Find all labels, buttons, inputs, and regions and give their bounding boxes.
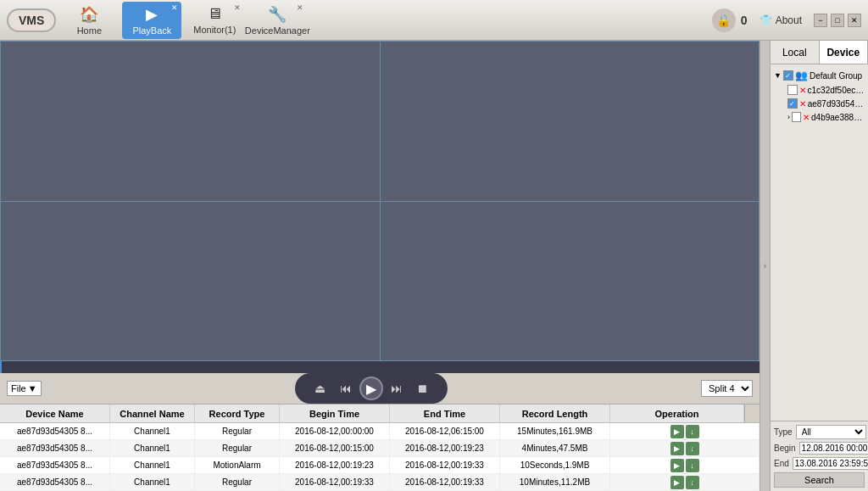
cell-channel: Channel1: [110, 457, 195, 473]
table-row[interactable]: ae87d93d54305 8... Channel1 Regular 2016…: [0, 440, 760, 457]
item3-arrow[interactable]: ›: [787, 113, 790, 121]
item2-error-icon: ✕: [799, 99, 806, 109]
timeline-progress: [0, 361, 2, 373]
group-label: Default Group: [810, 71, 862, 81]
cell-operation[interactable]: ▶ ↓: [610, 474, 760, 490]
item1-checkbox[interactable]: [787, 85, 798, 95]
restore-button[interactable]: □: [831, 14, 844, 27]
search-panel: Type All Regular MotionAlarm Begin End S…: [771, 421, 868, 491]
file-select[interactable]: File ▼: [7, 381, 42, 396]
op-dl-icon[interactable]: ↓: [686, 442, 699, 455]
device-manager-icon: 🔧: [268, 5, 287, 24]
lock-area: 🔒 0: [712, 8, 748, 32]
col-end-time: End Time: [390, 405, 500, 422]
collapse-handle[interactable]: ›: [760, 41, 770, 491]
search-button[interactable]: Search: [774, 472, 865, 488]
nav-playback[interactable]: ✕ ▶ PlayBack: [122, 2, 181, 39]
file-dropdown[interactable]: File ▼: [7, 381, 42, 396]
video-cell-1: [1, 42, 381, 202]
end-input[interactable]: [793, 457, 868, 470]
table-row[interactable]: ae87d93d54305 8... Channel1 Regular 2016…: [0, 423, 760, 440]
about-button[interactable]: 👕 About: [751, 11, 810, 30]
video-cell-4: [381, 202, 760, 362]
close-device-icon[interactable]: ✕: [297, 3, 303, 12]
home-icon: 🏠: [80, 5, 98, 24]
main-area: File ▼ ⏏ ⏮ ▶ ⏭ ⏹ Split 4 Split 1 Split 9: [0, 41, 868, 491]
item3-error-icon: ✕: [803, 113, 810, 122]
item2-checkbox[interactable]: ✓: [787, 98, 798, 109]
cell-type: Regular: [195, 474, 280, 490]
tab-local[interactable]: Local: [771, 41, 820, 64]
window-controls: − □ ✕: [814, 14, 861, 27]
nav-monitor[interactable]: ✕ 🖥 Monitor(1): [185, 2, 244, 39]
group-arrow[interactable]: ▼: [774, 71, 782, 80]
item1-error-icon: ✕: [799, 86, 806, 95]
tree-item-3: › ✕ d4b9ae38821...: [774, 110, 865, 124]
split-select[interactable]: Split 4 Split 1 Split 9: [701, 380, 753, 397]
col-record-length: Record Length: [500, 405, 610, 422]
video-cell-3: [1, 202, 381, 362]
table-header: Device Name Channel Name Record Type Beg…: [0, 405, 760, 423]
cell-device: ae87d93d54305 8...: [0, 423, 110, 439]
cell-operation[interactable]: ▶ ↓: [610, 423, 760, 439]
nav-device-manager[interactable]: ✕ 🔧 DeviceManager: [248, 2, 307, 39]
eject-button[interactable]: ⏏: [309, 377, 332, 400]
op-dl-icon[interactable]: ↓: [686, 425, 699, 438]
type-label: Type: [774, 427, 793, 437]
stop-button[interactable]: ⏹: [410, 377, 434, 400]
cell-operation[interactable]: ▶ ↓: [610, 440, 760, 456]
cell-device: ae87d93d54305 8...: [0, 440, 110, 456]
cell-begin: 2016-08-12,00:00:00: [280, 423, 390, 439]
end-row: End: [774, 457, 865, 470]
op-play-icon[interactable]: ▶: [670, 425, 684, 438]
playback-controls: ⏏ ⏮ ▶ ⏭ ⏹: [295, 373, 448, 404]
close-playback-icon[interactable]: ✕: [171, 3, 178, 12]
op-play-icon[interactable]: ▶: [670, 459, 684, 472]
cell-end: 2016-08-12,06:15:00: [390, 423, 500, 439]
op-play-icon[interactable]: ▶: [670, 442, 684, 455]
col-device-name: Device Name: [0, 405, 110, 422]
file-label: File: [11, 383, 26, 393]
lock-icon[interactable]: 🔒: [712, 8, 736, 32]
play-button[interactable]: ▶: [359, 377, 383, 400]
cell-end: 2016-08-12,00:19:33: [390, 474, 500, 490]
cell-type: Regular: [195, 440, 280, 456]
cell-type: MotionAlarm: [195, 457, 280, 473]
cell-length: 4Minutes,47.5MB: [500, 440, 610, 456]
table-scrollbar[interactable]: [744, 405, 760, 422]
cell-begin: 2016-08-12,00:19:23: [280, 457, 390, 473]
item3-label: d4b9ae38821...: [811, 113, 865, 122]
item3-checkbox[interactable]: [792, 112, 801, 122]
app-logo: VMS: [7, 8, 56, 32]
cell-end: 2016-08-12,00:19:33: [390, 457, 500, 473]
group-checkbox[interactable]: ✓: [783, 70, 793, 81]
tab-device[interactable]: Device: [820, 41, 869, 64]
op-play-icon[interactable]: ▶: [670, 476, 684, 489]
split-dropdown[interactable]: Split 4 Split 1 Split 9: [701, 380, 753, 397]
begin-input[interactable]: [799, 442, 868, 455]
tree-group-default: ▼ ✓ 👥 Default Group: [774, 68, 865, 83]
op-dl-icon[interactable]: ↓: [686, 459, 699, 472]
cell-length: 10Minutes,11.2MB: [500, 474, 610, 490]
cell-channel: Channel1: [110, 423, 195, 439]
title-bar: VMS 🏠 Home ✕ ▶ PlayBack ✕ 🖥 Monitor(1) ✕…: [0, 0, 868, 41]
shirt-icon: 👕: [760, 14, 772, 26]
table-section: Device Name Channel Name Record Type Beg…: [0, 404, 760, 491]
table-row[interactable]: ae87d93d54305 8... Channel1 MotionAlarm …: [0, 457, 760, 474]
table-row[interactable]: ae87d93d54305 8... Channel1 Regular 2016…: [0, 474, 760, 491]
close-button[interactable]: ✕: [848, 14, 861, 27]
op-dl-icon[interactable]: ↓: [686, 476, 699, 489]
next-button[interactable]: ⏭: [385, 377, 409, 400]
nav-home[interactable]: 🏠 Home: [59, 2, 119, 39]
col-channel-name: Channel Name: [110, 405, 195, 422]
video-grid: [0, 41, 760, 361]
close-monitor-icon[interactable]: ✕: [234, 3, 241, 12]
cell-device: ae87d93d54305 8...: [0, 474, 110, 490]
cell-operation[interactable]: ▶ ↓: [610, 457, 760, 473]
minimize-button[interactable]: −: [814, 14, 827, 27]
prev-button[interactable]: ⏮: [334, 377, 358, 400]
nav-playback-label: PlayBack: [132, 25, 171, 36]
timeline-bar[interactable]: [0, 361, 760, 373]
type-select[interactable]: All Regular MotionAlarm: [796, 425, 866, 439]
nav-device-label: DeviceManager: [245, 25, 310, 36]
